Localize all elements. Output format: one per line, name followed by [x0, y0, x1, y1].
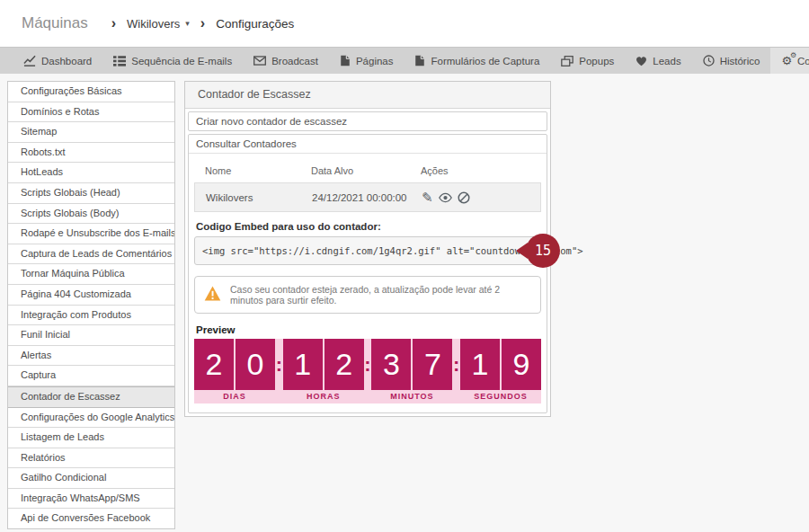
tab-configuracoes[interactable]: ⚙⚙ Configurações — [770, 48, 809, 74]
edit-pencil-icon[interactable]: ✎ — [422, 191, 433, 204]
sidebar-item-google-analytics[interactable]: Configurações do Google Analytics — [8, 408, 174, 429]
tab-label: Configurações — [797, 56, 809, 66]
countdown-separator: : — [452, 339, 460, 390]
sidebar-item-integracao-whatsapp-sms[interactable]: Integração WhatsApp/SMS — [8, 489, 174, 510]
countdown-digit: 9 — [502, 339, 541, 390]
tab-label: Sequência de E-mails — [131, 56, 232, 66]
panel-body: Criar novo contador de escassez Consulta… — [185, 109, 550, 416]
chevron-down-icon: ▾ — [185, 19, 190, 28]
sidebar-item-alertas[interactable]: Alertas — [8, 346, 174, 367]
countdown-digit: 1 — [460, 339, 500, 390]
sidebar-item-funil-inicial[interactable]: Funil Inicial — [8, 325, 174, 346]
sidebar-item-api-conversoes-facebook[interactable]: Api de Conversões Facebook — [8, 509, 174, 528]
countdown-digit: 3 — [371, 339, 411, 390]
countdown-digit: 0 — [236, 339, 275, 390]
consult-counters-body: Nome Data Alvo Ações Wikilovers 24/12/20… — [189, 154, 547, 412]
tab-historico[interactable]: Histórico — [692, 48, 771, 74]
countdown-digit: 2 — [324, 339, 364, 390]
sidebar-item-scripts-globais-head[interactable]: Scripts Globais (Head) — [8, 183, 174, 204]
warning-triangle-icon — [204, 286, 221, 305]
sidebar-item-dominios-e-rotas[interactable]: Domínios e Rotas — [8, 102, 174, 123]
column-header-acoes: Ações — [421, 165, 541, 176]
sidebar-item-listagem-de-leads[interactable]: Listagem de Leads — [8, 428, 174, 448]
popup-icon — [561, 56, 573, 66]
form-icon — [414, 55, 425, 66]
countdown-group-horas: 1 2 HORAS — [283, 339, 364, 403]
countdown-group-dias: 2 0 DIAS — [194, 339, 275, 403]
content-area: Configurações Básicas Domínios e Rotas S… — [0, 74, 809, 529]
sidebar-item-integracao-produtos[interactable]: Integração com Produtos — [8, 306, 174, 326]
tab-label: Histórico — [720, 56, 760, 66]
sidebar-item-tornar-maquina-publica[interactable]: Tornar Máquina Pública — [8, 264, 174, 285]
tab-dashboard[interactable]: Dashboard — [13, 48, 102, 74]
tab-paginas[interactable]: Páginas — [329, 48, 404, 74]
countdown-unit-label: HORAS — [283, 390, 364, 403]
tab-sequencia-de-emails[interactable]: Sequência de E-mails — [102, 48, 243, 74]
sidebar-item-captura[interactable]: Captura — [8, 366, 174, 386]
warning-text: Caso seu contador esteja zerado, a atual… — [230, 284, 531, 306]
counters-table: Nome Data Alvo Ações Wikilovers 24/12/20… — [194, 159, 541, 212]
countdown-digit: 7 — [413, 339, 452, 390]
disable-ban-icon[interactable] — [458, 191, 470, 204]
countdown-digit: 2 — [194, 339, 234, 390]
column-header-data-alvo: Data Alvo — [311, 165, 421, 176]
clock-icon — [703, 55, 715, 66]
scarcity-counter-panel: Contador de Escassez Criar novo contador… — [184, 81, 551, 417]
breadcrumb-machine-dropdown[interactable]: Wikilovers ▾ — [127, 17, 190, 31]
column-header-nome: Nome — [205, 165, 311, 176]
sidebar-item-captura-leads-fb[interactable]: Captura de Leads de Comentários do FB — [8, 244, 174, 265]
counter-target-date-cell: 24/12/2021 00:00:00 — [312, 192, 422, 203]
countdown-unit-label: SEGUNDOS — [460, 390, 541, 403]
chart-line-icon — [23, 55, 36, 66]
countdown-separator: : — [275, 339, 283, 390]
breadcrumb-chevron-icon: › — [111, 15, 116, 31]
tab-label: Dashboard — [41, 56, 92, 66]
app-window: Máquinas › Wikilovers ▾ › Configurações … — [0, 0, 809, 532]
page-icon — [340, 55, 351, 66]
heart-icon — [636, 56, 647, 66]
sidebar-item-hotleads[interactable]: HotLeads — [8, 163, 174, 183]
tab-label: Páginas — [356, 56, 394, 66]
countdown-group-segundos: 1 9 SEGUNDOS — [460, 339, 541, 403]
sidebar-item-contador-de-escassez[interactable]: Contador de Escassez — [8, 386, 174, 408]
panel-title: Contador de Escassez — [185, 82, 550, 109]
consult-counters-accordion: Consultar Contadores Nome Data Alvo Açõe… — [188, 134, 547, 413]
sidebar-item-gatilho-condicional[interactable]: Gatilho Condicional — [8, 468, 174, 489]
sidebar-item-robots-txt[interactable]: Robots.txt — [8, 143, 174, 164]
tab-bar: Dashboard Sequência de E-mails Broadcast… — [0, 47, 809, 74]
tab-leads[interactable]: Leads — [625, 48, 691, 74]
breadcrumb-root[interactable]: Máquinas — [22, 14, 88, 32]
countdown-unit-label: DIAS — [194, 390, 275, 403]
badge-number: 15 — [535, 243, 551, 259]
countdown-unit-label: MINUTOS — [371, 390, 452, 403]
counter-name-cell: Wikilovers — [206, 192, 312, 203]
consult-counters-header[interactable]: Consultar Contadores — [189, 135, 547, 154]
create-counter-accordion[interactable]: Criar novo contador de escassez — [188, 111, 547, 131]
sidebar-item-rodape-unsubscribe[interactable]: Rodapé e Unsubscribe dos E-mails — [8, 224, 174, 244]
countdown-digit: 1 — [283, 339, 323, 390]
tab-broadcast[interactable]: Broadcast — [243, 48, 329, 74]
countdown-preview: 2 0 DIAS : 1 2 HORA — [194, 339, 541, 403]
sidebar-item-pagina-404[interactable]: Página 404 Customizada — [8, 285, 174, 306]
warning-box: Caso seu contador esteja zerado, a atual… — [194, 276, 541, 314]
table-row: Wikilovers 24/12/2021 00:00:00 ✎ — [194, 182, 541, 212]
table-header-row: Nome Data Alvo Ações — [194, 159, 541, 182]
annotation-badge-15: 15 — [526, 234, 560, 268]
sidebar-item-scripts-globais-body[interactable]: Scripts Globais (Body) — [8, 204, 174, 225]
sidebar-item-relatorios[interactable]: Relatórios — [8, 448, 174, 469]
countdown-separator: : — [364, 339, 372, 390]
header: Máquinas › Wikilovers ▾ › Configurações — [0, 0, 809, 47]
sidebar-item-configuracoes-basicas[interactable]: Configurações Básicas — [8, 82, 174, 102]
tab-label: Leads — [653, 56, 680, 66]
breadcrumb-page: Configurações — [216, 17, 294, 31]
list-icon — [113, 55, 126, 66]
tab-popups[interactable]: Popups — [550, 48, 625, 74]
view-eye-icon[interactable] — [438, 192, 453, 203]
gears-icon: ⚙⚙ — [781, 55, 792, 66]
breadcrumb-machine-label: Wikilovers — [127, 17, 180, 31]
countdown-group-minutos: 3 7 MINUTOS — [371, 339, 452, 403]
sidebar-item-sitemap[interactable]: Sitemap — [8, 122, 174, 143]
embed-code-box[interactable]: <img src="https://i.cdngif.com/1g4qr2.gi… — [194, 236, 541, 265]
tab-formularios-de-captura[interactable]: Formulários de Captura — [404, 48, 550, 74]
settings-sidebar: Configurações Básicas Domínios e Rotas S… — [7, 81, 175, 529]
